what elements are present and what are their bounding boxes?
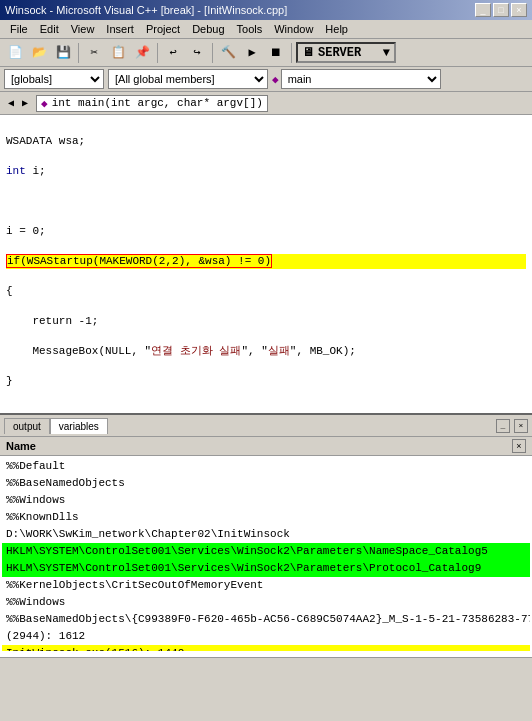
code-content: WSADATA wsa; int i; i = 0; if(WSAStartup… [0,115,532,415]
title-text: Winsock - Microsoft Visual C++ [break] -… [5,4,287,16]
func-icon: ◆ [41,97,48,110]
undo-button[interactable]: ↩ [162,42,184,64]
bottom-status-bar [0,657,532,675]
nav-back[interactable]: ◀ [4,94,18,112]
watch-row-windows2: %%Windows [2,594,530,611]
code-line-int: int i; [6,164,526,179]
func-text: int main(int argc, char* argv[]) [52,97,263,109]
code-line-brace2: } [6,374,526,389]
status-tabs: output variables _ × [0,415,532,437]
close-button[interactable]: × [511,3,527,17]
paste-button[interactable]: 📌 [131,42,153,64]
code-line-blank [6,194,526,209]
menu-window[interactable]: Window [268,22,319,36]
panel-close[interactable]: × [514,419,528,433]
watch-row-initwinsock: InitWinsock.exe(1516): 1440 [2,645,530,651]
panel-minimize[interactable]: _ [496,419,510,433]
stop-button[interactable]: ⏹ [265,42,287,64]
func-declaration: ◆ int main(int argc, char* argv[]) [36,95,268,112]
open-button[interactable]: 📂 [28,42,50,64]
sep3 [212,43,213,63]
watch-row-path: D:\WORK\SwKim_network\Chapter02\InitWins… [2,526,530,543]
watch-row-basnamed: %%BaseNamedObjects [2,475,530,492]
sep2 [157,43,158,63]
new-button[interactable]: 📄 [4,42,26,64]
members-dropdown[interactable]: [All global members] [108,69,268,89]
server-icon: 🖥 [302,45,314,60]
watch-close-button[interactable]: × [512,439,526,453]
sep1 [78,43,79,63]
menu-help[interactable]: Help [319,22,354,36]
menu-tools[interactable]: Tools [231,22,269,36]
function-selector: ◆ main [272,69,441,89]
menu-project[interactable]: Project [140,22,186,36]
menu-debug[interactable]: Debug [186,22,230,36]
cut-button[interactable]: ✂ [83,42,105,64]
build-button[interactable]: 🔨 [217,42,239,64]
redo-button[interactable]: ↪ [186,42,208,64]
watch-toolbar: Name × [0,437,532,456]
minimize-button[interactable]: _ [475,3,491,17]
nav-arrows[interactable]: ◀ ▶ [4,94,32,112]
watch-row-default: %%Default [2,458,530,475]
menu-bar: File Edit View Insert Project Debug Tool… [0,20,532,39]
code-line-return: return -1; [6,314,526,329]
run-button[interactable]: ▶ [241,42,263,64]
code-line: WSADATA wsa; [6,134,526,149]
panel-controls: _ × [496,419,528,433]
window-controls[interactable]: _ □ × [475,3,527,17]
watch-row-windows: %%Windows [2,492,530,509]
copy-button[interactable]: 📋 [107,42,129,64]
code-line-highlight: if(WSAStartup(MAKEWORD(2,2), &wsa) != 0) [6,254,526,269]
watch-title: Name [6,440,36,452]
code-line-init: i = 0; [6,224,526,239]
toolbar-row1: 📄 📂 💾 ✂ 📋 📌 ↩ ↪ 🔨 ▶ ⏹ 🖥 SERVER ▼ [0,39,532,67]
menu-edit[interactable]: Edit [34,22,65,36]
server-label: SERVER [318,46,361,60]
function-dropdown[interactable]: main [281,69,441,89]
sep4 [291,43,292,63]
scope-dropdown[interactable]: [globals] [4,69,104,89]
server-dropdown[interactable]: 🖥 SERVER ▼ [296,42,396,63]
function-icon: ◆ [272,73,279,86]
watch-row-critsec: %%KernelObjects\CritSecOutOfMemoryEvent [2,577,530,594]
dropdowns-bar: [globals] [All global members] ◆ main [0,67,532,92]
menu-view[interactable]: View [65,22,101,36]
code-line-msgbox1: MessageBox(NULL, "연결 초기화 실패", "실패", MB_O… [6,344,526,359]
watch-toolbar-buttons[interactable]: × [512,439,526,453]
tab-output[interactable]: output [4,418,50,434]
code-line-brace1: { [6,284,526,299]
nav-bar: ◀ ▶ ◆ int main(int argc, char* argv[]) [0,92,532,115]
server-arrow: ▼ [383,46,390,60]
maximize-button[interactable]: □ [493,3,509,17]
menu-insert[interactable]: Insert [100,22,140,36]
watch-row-2944: (2944): 1612 [2,628,530,645]
tab-variables[interactable]: variables [50,418,108,434]
watch-row-basenamed2: %%BaseNamedObjects\{C99389F0-F620-465b-A… [2,611,530,628]
code-line-blank2 [6,404,526,415]
watch-row-namespace: HKLM\SYSTEM\ControlSet001\Services\WinSo… [2,543,530,560]
watch-row-protocol: HKLM\SYSTEM\ControlSet001\Services\WinSo… [2,560,530,577]
nav-forward[interactable]: ▶ [18,94,32,112]
code-area[interactable]: WSADATA wsa; int i; i = 0; if(WSAStartup… [0,115,532,415]
watch-row-knowndlls: %%KnownDlls [2,509,530,526]
watch-panel: Name × %%Default %%BaseNamedObjects %%Wi… [0,437,532,657]
watch-content[interactable]: %%Default %%BaseNamedObjects %%Windows %… [0,456,532,651]
save-button[interactable]: 💾 [52,42,74,64]
menu-file[interactable]: File [4,22,34,36]
title-bar: Winsock - Microsoft Visual C++ [break] -… [0,0,532,20]
